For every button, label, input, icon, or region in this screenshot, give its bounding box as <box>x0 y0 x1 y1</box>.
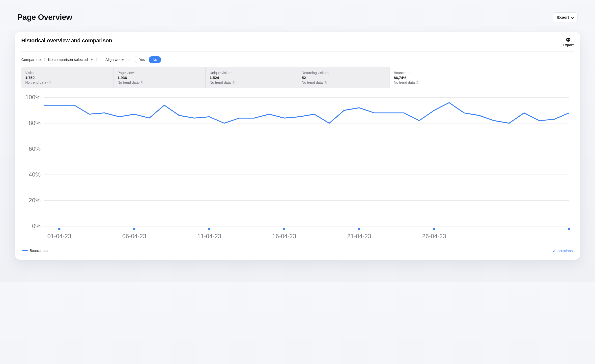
metric-name: Bounce rate <box>394 71 478 75</box>
help-icon[interactable]: ? <box>324 81 327 84</box>
metric-name: Page views <box>118 71 202 75</box>
svg-text:06-04-23: 06-04-23 <box>122 233 146 239</box>
svg-text:01-04-23: 01-04-23 <box>47 233 71 239</box>
help-icon[interactable]: ? <box>140 81 143 84</box>
svg-text:40%: 40% <box>29 171 41 178</box>
metric-trend: No trend data? <box>302 80 386 84</box>
svg-point-0 <box>566 38 570 42</box>
export-button-top[interactable]: Export <box>553 12 578 22</box>
svg-point-21 <box>358 228 360 230</box>
card-title: Historical overview and comparison <box>21 37 112 44</box>
svg-point-15 <box>133 228 135 230</box>
metric-bounce-rate[interactable]: Bounce rate86,74%No trend data? <box>390 67 482 88</box>
metric-trend: No trend data? <box>25 80 110 84</box>
svg-point-17 <box>208 228 210 230</box>
export-button-card[interactable]: Export <box>563 37 574 47</box>
metric-value: 86,74% <box>394 76 478 80</box>
metric-unique-visitors[interactable]: Unique visitors1.524No trend data? <box>205 67 298 88</box>
annotations-link[interactable]: Annotations <box>553 249 573 253</box>
svg-text:60%: 60% <box>29 145 41 152</box>
chart-legend: Bounce rate <box>22 249 49 253</box>
metric-trend: No trend data? <box>118 80 202 84</box>
export-button-card-label: Export <box>563 43 574 47</box>
svg-text:20%: 20% <box>29 197 41 204</box>
svg-text:100%: 100% <box>25 94 41 101</box>
metric-trend: No trend data? <box>394 80 478 84</box>
metric-trend: No trend data? <box>210 80 294 84</box>
metric-page-views[interactable]: Page views1.936No trend data? <box>113 67 206 88</box>
help-icon[interactable]: ? <box>47 81 51 84</box>
metric-value: 1.524 <box>210 76 294 80</box>
chevron-down-icon <box>571 16 573 19</box>
metric-value: 1.750 <box>25 76 110 80</box>
metric-name: Visits <box>25 71 110 75</box>
legend-swatch <box>22 250 28 251</box>
historical-overview-card: Historical overview and comparison Expor… <box>15 32 580 260</box>
svg-text:11-04-23: 11-04-23 <box>197 233 221 239</box>
svg-text:21-04-23: 21-04-23 <box>347 233 371 239</box>
help-icon[interactable]: ? <box>232 81 235 84</box>
svg-text:80%: 80% <box>29 120 41 126</box>
page-title: Page Overview <box>17 13 72 22</box>
toggle-no[interactable]: No <box>149 56 161 63</box>
toggle-yes[interactable]: Yes <box>135 56 149 63</box>
metrics-row: Visits1.750No trend data?Page views1.936… <box>21 67 574 88</box>
svg-text:16-04-23: 16-04-23 <box>272 233 296 239</box>
legend-series-name: Bounce rate <box>30 249 49 253</box>
svg-text:26-04-23: 26-04-23 <box>422 233 446 239</box>
help-icon[interactable]: ? <box>416 81 419 84</box>
metric-name: Unique visitors <box>210 71 294 75</box>
compare-to-label: Compare to <box>21 57 41 62</box>
metric-value: 1.936 <box>118 76 202 80</box>
svg-point-23 <box>433 228 435 230</box>
share-icon <box>566 37 570 43</box>
svg-point-19 <box>283 228 285 230</box>
metric-value: 52 <box>302 76 386 80</box>
bounce-rate-chart: 0%20%40%60%80%100%01-04-2306-04-2311-04-… <box>21 93 574 245</box>
export-button-top-label: Export <box>557 15 569 19</box>
svg-point-25 <box>568 228 570 230</box>
compare-to-value: No comparison selected <box>48 57 88 62</box>
align-weekends-label: Align weekends <box>105 57 131 62</box>
compare-to-select[interactable]: No comparison selected <box>44 56 97 63</box>
svg-text:0%: 0% <box>32 223 41 229</box>
align-weekends-toggle: Yes No <box>135 56 161 63</box>
chevron-down-icon <box>90 57 93 62</box>
metric-name: Returning visitors <box>302 71 386 75</box>
svg-point-13 <box>58 228 60 230</box>
metric-visits[interactable]: Visits1.750No trend data? <box>21 67 113 88</box>
metric-returning-visitors[interactable]: Returning visitors52No trend data? <box>298 67 390 88</box>
